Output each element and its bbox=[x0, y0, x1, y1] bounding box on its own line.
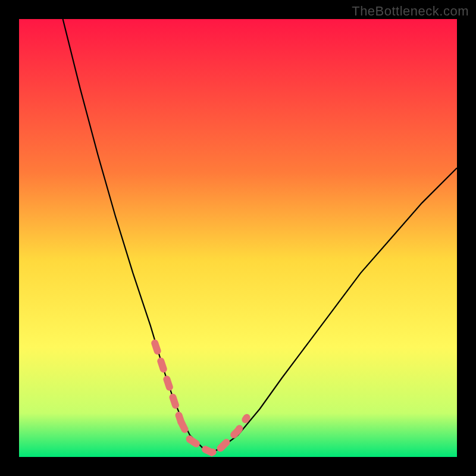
watermark-text: TheBottleneck.com bbox=[352, 4, 469, 19]
chart-svg bbox=[19, 19, 457, 457]
chart-container: TheBottleneck.com bbox=[0, 0, 476, 476]
plot-area bbox=[19, 19, 457, 457]
